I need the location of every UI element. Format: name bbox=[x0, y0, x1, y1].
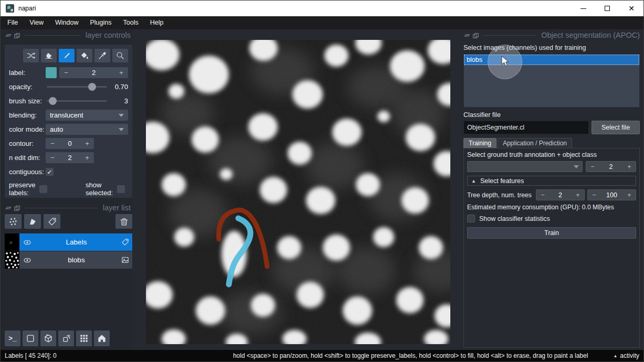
transpose-icon bbox=[61, 333, 71, 344]
fill-button[interactable] bbox=[77, 49, 92, 62]
tree-depth-increment-button[interactable]: + bbox=[572, 191, 584, 199]
minimize-button[interactable] bbox=[571, 1, 595, 16]
points-icon bbox=[8, 217, 18, 227]
dock-divider bbox=[25, 208, 98, 208]
select-features-toggle[interactable]: ▲ Select features bbox=[467, 176, 636, 186]
console-button[interactable]: >_ bbox=[5, 331, 20, 346]
object-class-decrement-button[interactable]: − bbox=[586, 163, 599, 171]
select-file-button[interactable]: Select file bbox=[592, 121, 640, 134]
float-panel-icon[interactable] bbox=[14, 206, 19, 210]
blobs-visibility-toggle[interactable] bbox=[19, 255, 35, 265]
float-panel-icon[interactable] bbox=[473, 33, 478, 38]
menu-help[interactable]: Help bbox=[144, 16, 170, 29]
image-icon bbox=[121, 255, 130, 264]
new-points-layer-button[interactable] bbox=[5, 214, 22, 229]
tree-depth-decrement-button[interactable]: − bbox=[536, 191, 549, 199]
label-value[interactable]: 2 bbox=[73, 69, 114, 77]
labels-visibility-toggle[interactable] bbox=[19, 238, 35, 247]
brush-size-slider-handle[interactable] bbox=[49, 97, 57, 105]
status-help-text: hold <space> to pan/zoom, hold <shift> t… bbox=[233, 352, 588, 359]
new-labels-layer-button[interactable] bbox=[44, 214, 60, 229]
console-icon: >_ bbox=[8, 335, 17, 343]
window-controls: ✕ bbox=[571, 1, 643, 16]
color-picker-button[interactable] bbox=[94, 49, 110, 62]
blending-value: translucent bbox=[50, 111, 83, 119]
hide-panel-icon[interactable] bbox=[6, 33, 11, 38]
num-trees-decrement-button[interactable]: − bbox=[588, 191, 600, 199]
classifier-file-input[interactable]: ObjectSegmenter.cl bbox=[463, 121, 589, 134]
label-color-swatch[interactable] bbox=[46, 67, 57, 78]
activity-button[interactable]: ▲ activity bbox=[613, 352, 639, 359]
tab-application-prediction[interactable]: Application / Prediction bbox=[498, 138, 572, 148]
grid-icon bbox=[79, 333, 89, 344]
n-edit-dim-increment-button[interactable]: + bbox=[80, 154, 94, 162]
tree-depth-value[interactable]: 2 bbox=[549, 191, 572, 199]
menu-tools[interactable]: Tools bbox=[118, 16, 144, 29]
paint-button[interactable] bbox=[59, 49, 75, 62]
show-statistics-checkbox[interactable] bbox=[467, 215, 475, 222]
shuffle-colors-button[interactable] bbox=[23, 49, 39, 62]
home-button[interactable] bbox=[94, 331, 110, 346]
contour-value[interactable]: 0 bbox=[59, 140, 80, 147]
roll-dimensions-button[interactable] bbox=[40, 331, 56, 346]
plugin-dock-header: Object segmentation (APOC) bbox=[464, 31, 640, 39]
show-selected-checkbox[interactable] bbox=[117, 185, 125, 193]
num-trees-value[interactable]: 100 bbox=[600, 191, 623, 199]
menu-window[interactable]: Window bbox=[49, 16, 84, 29]
contour-decrement-button[interactable]: − bbox=[46, 140, 59, 147]
new-shapes-layer-button[interactable] bbox=[24, 214, 41, 229]
label-increment-button[interactable]: + bbox=[114, 69, 128, 77]
menu-bar: File View Window Plugins Tools Help bbox=[1, 16, 643, 29]
square-2d-icon bbox=[25, 333, 36, 344]
layer-row-labels[interactable]: Labels bbox=[5, 233, 132, 251]
float-panel-icon[interactable] bbox=[14, 33, 19, 38]
menu-file[interactable]: File bbox=[2, 16, 24, 29]
blending-dropdown[interactable]: translucent bbox=[46, 110, 128, 121]
grid-view-button[interactable] bbox=[76, 331, 92, 346]
mouse-cursor-icon bbox=[501, 56, 510, 67]
layer-list-title: layer list bbox=[103, 204, 131, 212]
zoom-button[interactable] bbox=[112, 49, 128, 62]
contour-spinbox: − 0 + bbox=[46, 138, 94, 149]
cursor-pointer bbox=[501, 56, 510, 69]
hide-panel-icon[interactable] bbox=[464, 33, 470, 38]
opacity-slider[interactable] bbox=[46, 81, 108, 92]
blobs-layer-thumbnail bbox=[5, 251, 19, 269]
delete-layer-button[interactable] bbox=[115, 214, 132, 229]
close-button[interactable]: ✕ bbox=[619, 1, 643, 16]
label-decrement-button[interactable]: − bbox=[59, 69, 73, 77]
opacity-slider-handle[interactable] bbox=[88, 83, 96, 91]
cube-icon bbox=[43, 333, 54, 344]
n-edit-dim-value[interactable]: 2 bbox=[59, 154, 80, 162]
ground-truth-label: Select ground truth annotation + object … bbox=[467, 151, 636, 158]
object-class-value[interactable]: 2 bbox=[599, 163, 623, 171]
preserve-labels-checkbox[interactable] bbox=[39, 185, 47, 193]
ground-truth-dropdown[interactable] bbox=[467, 161, 583, 172]
menu-plugins[interactable]: Plugins bbox=[85, 16, 118, 29]
n-edit-dim-decrement-button[interactable]: − bbox=[46, 154, 59, 162]
contiguous-checkbox[interactable]: ✓ bbox=[46, 168, 54, 176]
layer-row-blobs[interactable]: blobs bbox=[5, 251, 132, 269]
color-mode-dropdown[interactable]: auto bbox=[46, 124, 128, 135]
erase-button[interactable] bbox=[41, 49, 57, 62]
brush-size-slider[interactable] bbox=[46, 95, 108, 107]
show-selected-label: show selected: bbox=[86, 181, 117, 197]
transpose-dimensions-button[interactable] bbox=[58, 331, 74, 346]
labels-toolbar bbox=[9, 49, 128, 62]
ndisplay-toggle-button[interactable] bbox=[23, 331, 38, 346]
dropper-icon bbox=[98, 51, 107, 60]
show-statistics-label: Show classifier statistics bbox=[479, 215, 550, 222]
canvas-image[interactable] bbox=[146, 40, 450, 344]
num-trees-increment-button[interactable]: + bbox=[623, 191, 636, 199]
tab-training[interactable]: Training bbox=[463, 138, 497, 148]
menu-view[interactable]: View bbox=[24, 16, 49, 29]
status-coordinates: Labels [ 45 240]: 0 bbox=[5, 352, 57, 359]
object-class-increment-button[interactable]: + bbox=[623, 163, 636, 171]
hide-panel-icon[interactable] bbox=[6, 206, 11, 210]
eye-icon bbox=[23, 255, 32, 265]
maximize-button[interactable] bbox=[595, 1, 619, 16]
viewer-canvas[interactable] bbox=[132, 29, 461, 350]
train-button[interactable]: Train bbox=[467, 227, 636, 239]
contour-increment-button[interactable]: + bbox=[80, 140, 94, 147]
layer-controls-panel: label: − 2 + opacity: 0.70 bbox=[5, 45, 132, 198]
